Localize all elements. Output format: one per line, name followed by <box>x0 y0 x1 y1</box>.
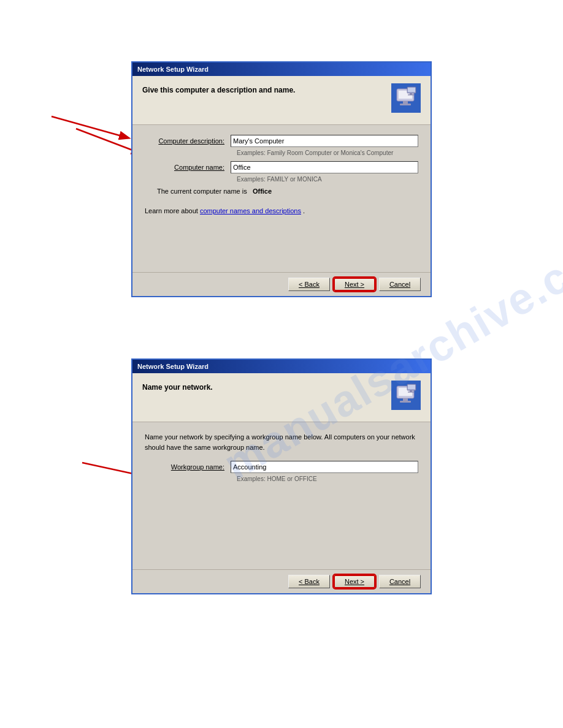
current-name-value: Office <box>253 188 272 195</box>
page-container: manualsarchive.com Network Setup <box>0 0 563 728</box>
svg-rect-7 <box>400 104 411 105</box>
dialog2-content: Name your network. <box>132 373 431 593</box>
learn-more-link[interactable]: computer names and descriptions <box>200 207 301 214</box>
svg-rect-9 <box>408 88 415 92</box>
svg-rect-21 <box>408 392 414 393</box>
workgroup-underline: W <box>171 463 177 471</box>
dialog2: Network Setup Wizard Name your network. <box>131 358 432 594</box>
network-setup-icon2 <box>394 383 418 408</box>
dialog2-footer: < Back Next > Cancel <box>132 569 431 593</box>
computer-name-label: Computer name: <box>145 164 231 171</box>
dialog2-cancel-button[interactable]: Cancel <box>379 575 421 588</box>
dialog1-titlebar: Network Setup Wizard <box>132 63 431 76</box>
dialog1-body: Computer description: Examples: Family R… <box>132 125 431 272</box>
computer-name-input[interactable] <box>231 161 418 173</box>
network-desc-text: Name your network by specifying a workgr… <box>145 432 418 452</box>
computer-description-input[interactable] <box>231 135 418 147</box>
dialog1-back-button[interactable]: < Back <box>288 278 330 291</box>
dialog2-header: Name your network. <box>132 373 431 422</box>
current-name-prefix: The current computer name is <box>157 188 247 195</box>
dialog1-title: Network Setup Wizard <box>137 66 209 73</box>
computer-name-example: Examples: FAMILY or MONICA <box>237 176 418 183</box>
network-setup-icon <box>394 86 418 110</box>
svg-rect-17 <box>400 401 411 403</box>
dialog2-titlebar: Network Setup Wizard <box>132 360 431 373</box>
dialog1: Network Setup Wizard Give this computer … <box>131 61 432 297</box>
computer-name-underline: C <box>174 164 179 171</box>
learn-more-suffix: . <box>303 207 305 214</box>
workgroup-example: Examples: HOME or OFFICE <box>237 476 418 482</box>
workgroup-name-label: Workgroup name: <box>145 463 231 471</box>
dialog1-header: Give this computer a description and nam… <box>132 76 431 125</box>
workgroup-name-row: Workgroup name: <box>145 461 418 473</box>
dialog1-content: Give this computer a description and nam… <box>132 76 431 296</box>
svg-rect-6 <box>403 101 408 104</box>
computer-description-example: Examples: Family Room Computer or Monica… <box>237 150 418 156</box>
dialog2-wrapper: Network Setup Wizard Name your network. <box>131 358 432 594</box>
computer-name-row: Computer name: <box>145 161 418 173</box>
dialog1-next-button[interactable]: Next > <box>334 278 375 291</box>
dialog2-next-button[interactable]: Next > <box>334 575 375 588</box>
dialog2-body: Name your network by specifying a workgr… <box>132 422 431 569</box>
dialog2-header-title: Name your network. <box>142 381 391 392</box>
svg-rect-19 <box>408 385 415 389</box>
dialog2-icon <box>391 381 421 410</box>
dialog1-header-title: Give this computer a description and nam… <box>142 83 391 94</box>
dialog1-cancel-button[interactable]: Cancel <box>379 278 421 291</box>
learn-more-section: Learn more about computer names and desc… <box>145 207 418 214</box>
svg-rect-16 <box>403 398 408 401</box>
current-name-row: The current computer name is Office <box>157 188 418 195</box>
dialog2-title: Network Setup Wizard <box>137 363 209 370</box>
dialog2-back-button[interactable]: < Back <box>288 575 330 588</box>
svg-rect-11 <box>408 94 414 96</box>
computer-description-label: Computer description: <box>145 137 231 145</box>
svg-rect-10 <box>410 93 412 94</box>
svg-rect-20 <box>410 390 412 392</box>
learn-more-prefix: Learn more about <box>145 207 200 214</box>
dialog1-footer: < Back Next > Cancel <box>132 272 431 296</box>
dialog1-wrapper: Network Setup Wizard Give this computer … <box>131 61 432 297</box>
workgroup-name-input[interactable] <box>231 461 418 473</box>
computer-description-row: Computer description: <box>145 135 418 147</box>
dialog1-icon <box>391 83 421 113</box>
